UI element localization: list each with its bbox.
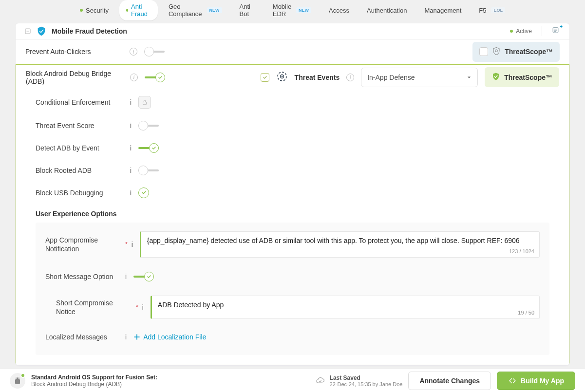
build-icon — [508, 376, 517, 385]
row-label-localized-messages: Localized Messages — [45, 333, 118, 341]
info-icon[interactable]: i — [125, 333, 127, 341]
threatscope-badge-active[interactable]: ThreatScope™ — [485, 67, 559, 87]
row-label-block-adb: Block Android Debug Bridge (ADB) — [26, 70, 123, 85]
info-icon[interactable]: i — [130, 122, 132, 130]
android-icon — [10, 373, 25, 389]
last-saved: Last Saved 22-Dec-24, 15:35 by Jane Doe — [315, 374, 403, 387]
collapse-toggle[interactable] — [24, 28, 31, 35]
info-icon[interactable]: i — [130, 74, 138, 81]
build-my-app-button[interactable]: Build My App — [497, 372, 575, 390]
lock-icon — [138, 96, 151, 109]
info-icon[interactable]: i — [130, 98, 132, 106]
threatscope-badge[interactable]: ThreatScope™ — [472, 42, 560, 62]
defense-mode-dropdown[interactable]: In-App Defense — [361, 68, 478, 87]
tab-access[interactable]: Access — [322, 4, 356, 17]
toggle-detect-adb-event[interactable] — [138, 143, 159, 153]
char-count: 19 / 50 — [518, 310, 534, 316]
info-icon[interactable]: i — [130, 144, 132, 152]
annotate-changes-button[interactable]: Annotate Changes — [408, 372, 491, 390]
info-icon[interactable]: i — [132, 241, 133, 248]
row-label-block-usb-debugging: Block USB Debugging — [36, 189, 123, 197]
row-label-threat-event-score: Threat Event Score — [36, 122, 123, 130]
required-indicator: * — [125, 241, 128, 248]
shield-filled-icon — [491, 72, 500, 82]
row-label-conditional-enforcement: Conditional Enforcement — [36, 98, 123, 106]
svg-line-15 — [16, 377, 17, 377]
plus-icon — [133, 334, 140, 340]
tab-management[interactable]: Management — [417, 4, 468, 17]
cloud-sync-icon — [315, 376, 325, 386]
toggle-block-adb[interactable] — [145, 72, 165, 83]
tab-anti-bot[interactable]: Anti Bot — [233, 0, 262, 20]
threatscope-checkbox[interactable] — [479, 47, 488, 56]
toggle-short-message-option[interactable] — [133, 271, 154, 282]
svg-line-16 — [19, 377, 19, 377]
short-compromise-notice-input[interactable]: ADB Detected by App 19 / 50 — [151, 296, 540, 319]
threat-events-label: Threat Events — [295, 74, 340, 81]
row-label-short-message-option: Short Message Option — [45, 272, 118, 281]
info-icon[interactable]: i — [125, 273, 127, 280]
chevron-down-icon — [467, 75, 472, 80]
toggle-threat-event-score[interactable] — [138, 120, 159, 131]
tab-f5[interactable]: F5EOL — [472, 4, 512, 17]
svg-point-14 — [18, 378, 19, 378]
tab-anti-fraud[interactable]: Anti Fraud — [119, 0, 158, 20]
app-compromise-notification-input[interactable]: {app_display_name} detected use of ADB o… — [140, 231, 540, 258]
svg-point-6 — [495, 50, 498, 52]
add-localization-link[interactable]: Add Localization File — [133, 333, 206, 341]
info-icon[interactable]: i — [130, 48, 137, 56]
row-label-prevent-auto-clickers: Prevent Auto-Clickers — [25, 48, 123, 56]
page-title: Mobile Fraud Detection — [52, 27, 127, 35]
info-icon[interactable]: i — [130, 167, 132, 174]
threat-events-checkbox[interactable] — [261, 73, 269, 82]
row-label-short-compromise-notice: Short Compromise Notice — [56, 299, 129, 316]
tab-mobile-edr[interactable]: Mobile EDRNEW — [266, 0, 318, 20]
scope-icon — [276, 71, 288, 84]
check-block-usb-debugging[interactable] — [138, 187, 149, 198]
required-indicator: * — [136, 304, 138, 311]
tab-security[interactable]: Security — [73, 4, 115, 17]
char-count: 123 / 1024 — [509, 248, 534, 254]
info-icon[interactable]: i — [130, 189, 132, 197]
add-config-icon[interactable]: + — [552, 26, 561, 36]
info-icon[interactable]: i — [346, 74, 354, 81]
svg-rect-10 — [143, 102, 147, 104]
status-badge: Active — [510, 28, 532, 35]
svg-point-9 — [281, 76, 282, 77]
shield-icon — [36, 26, 47, 37]
svg-point-13 — [16, 378, 17, 378]
fusion-set-meta: Standard Android OS Support for Fusion S… — [31, 374, 157, 388]
toggle-block-rooted-adb[interactable] — [138, 165, 159, 176]
info-icon[interactable]: i — [142, 303, 144, 311]
toggle-prevent-auto-clickers[interactable] — [144, 46, 165, 57]
tab-geo-compliance[interactable]: Geo ComplianceNEW — [162, 0, 229, 20]
row-label-app-compromise-notification: App Compromise Notification — [45, 236, 118, 253]
ux-options-header: User Experience Options — [16, 204, 569, 223]
tab-authentication[interactable]: Authentication — [360, 4, 414, 17]
shield-outline-icon — [492, 47, 501, 57]
row-label-block-rooted-adb: Block Rooted ADB — [36, 167, 123, 174]
row-label-detect-adb-event: Detect ADB by Event — [36, 144, 123, 152]
